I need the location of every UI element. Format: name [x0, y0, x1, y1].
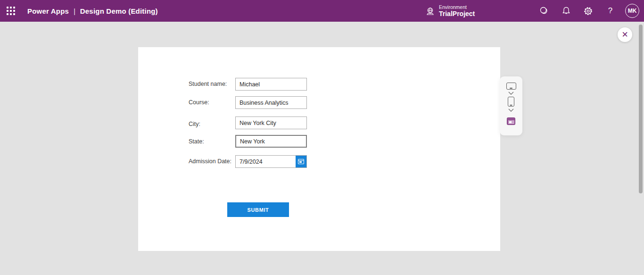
help-button[interactable]: ? [599, 0, 621, 22]
admission-date-input[interactable] [236, 156, 296, 167]
app-window-preview-button[interactable] [507, 117, 515, 125]
header-actions: ? MK [533, 0, 644, 22]
help-icon: ? [608, 6, 612, 16]
account-avatar[interactable]: MK [625, 4, 639, 18]
device-preview-toolbar [500, 76, 522, 135]
notifications-button[interactable] [555, 0, 577, 22]
environment-name: TrialProject [439, 10, 475, 17]
environment-picker[interactable]: Environment TrialProject [426, 0, 475, 22]
app-launcher-button[interactable] [0, 0, 22, 22]
waffle-icon [7, 7, 15, 15]
overlapping-circles-icon [539, 6, 549, 16]
state-label: State: [189, 138, 204, 145]
app-preview-canvas: ✕ Student name: Course: City: State: Adm… [0, 22, 644, 275]
tablet-preview-button[interactable] [506, 83, 516, 90]
close-preview-button[interactable]: ✕ [618, 27, 632, 42]
document-title: Design Demo (Editing) [80, 7, 158, 15]
admission-date-field [235, 155, 307, 168]
top-app-bar: Power Apps | Design Demo (Editing) Envir… [0, 0, 644, 22]
app-title: Power Apps [27, 7, 69, 15]
student-name-input[interactable] [235, 78, 307, 91]
course-input[interactable] [235, 96, 307, 109]
phone-preview-button[interactable] [508, 97, 514, 107]
admission-date-label: Admission Date: [189, 158, 231, 165]
chevron-down-icon[interactable] [508, 108, 514, 112]
date-picker-button[interactable] [296, 156, 306, 167]
vertical-scrollbar[interactable] [639, 25, 643, 193]
close-icon: ✕ [621, 31, 628, 39]
course-label: Course: [189, 99, 209, 106]
city-label: City: [189, 121, 200, 127]
student-name-label: Student name: [189, 81, 227, 87]
settings-button[interactable] [577, 0, 599, 22]
environment-label: Environment [439, 4, 475, 10]
title-separator: | [74, 8, 75, 15]
city-input[interactable] [235, 117, 307, 129]
header-title: Power Apps | Design Demo (Editing) [27, 7, 158, 15]
power-apps-player-window: Power Apps | Design Demo (Editing) Envir… [0, 0, 644, 275]
gear-icon [583, 6, 593, 16]
environment-globe-icon [426, 7, 435, 16]
preview-toggle-button[interactable] [533, 0, 555, 22]
calendar-icon [298, 159, 304, 164]
app-screen: Student name: Course: City: State: Admis… [138, 47, 500, 251]
phone-icon [508, 97, 514, 107]
bell-icon [561, 6, 571, 16]
submit-button[interactable]: SUBMIT [227, 202, 289, 217]
state-input[interactable] [235, 135, 307, 148]
chevron-down-icon[interactable] [508, 92, 514, 95]
environment-text: Environment TrialProject [439, 4, 475, 17]
tablet-icon [506, 83, 516, 90]
